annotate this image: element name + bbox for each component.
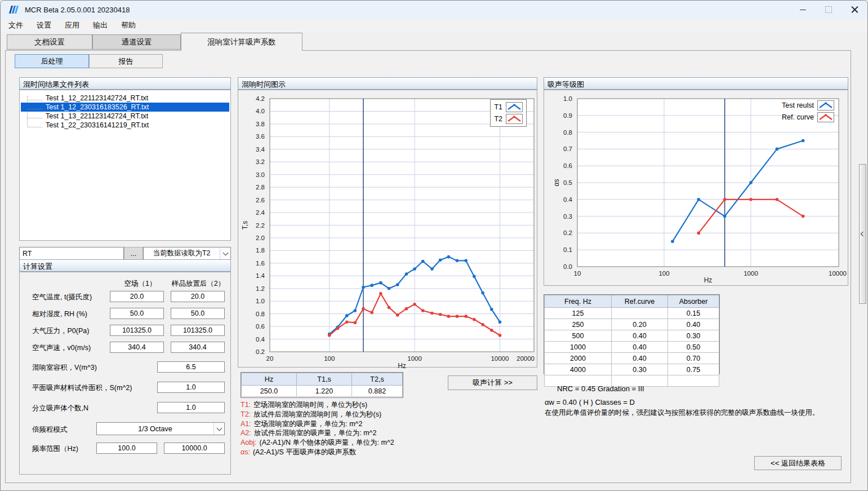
browse-button[interactable]: ... [124,247,143,260]
grade-chart-box[interactable]: 0.00.10.20.30.40.50.60.70.80.91.01010010… [544,90,848,286]
rt-chart-box[interactable]: 0.20.40.60.81.01.21.41.61.82.02.22.42.62… [238,90,537,368]
alpha-w-summary: αw = 0.40 ( H ) Classes = D [545,398,635,406]
absorption-calc-button[interactable]: 吸声计算 >> [448,375,537,390]
legend-entry-1: T2 [494,114,523,124]
close-icon [851,6,858,14]
tab-document-settings[interactable]: 文档设置 [7,34,92,50]
menu-item-3[interactable]: 输出 [86,19,114,32]
chevron-down-icon[interactable] [213,423,224,435]
file-list-item-3[interactable]: Test 1_22_230316141219_RT.txt [21,121,229,130]
rt-chart[interactable]: 0.20.40.60.81.01.21.41.61.82.02.22.42.62… [238,90,538,368]
grade-table-cell: 250 [545,319,612,330]
svg-text:1.0: 1.0 [563,95,572,102]
svg-text:1.8: 1.8 [256,247,265,254]
menu-item-4[interactable]: 帮助 [114,19,143,32]
grade-table-cell: 2000 [545,353,612,364]
legend-entry-1: Ref. curve [782,112,834,122]
note-text: 空场混响室的吸声量，单位为: m^2 [254,420,363,428]
area-field[interactable]: 1.0 [157,382,225,393]
back-to-results-button[interactable]: << 返回结果表格 [754,456,842,470]
tab-reverb-absorption[interactable]: 混响室计算吸声系数 [181,33,302,51]
file-list[interactable]: Test 1_12_221123142724_RT.txtTest 1_12_2… [19,90,231,241]
note-prefix: Aobj: [241,439,257,446]
panel-collapse-splitter[interactable] [859,164,866,304]
grade-table-cell: 500 [545,330,612,342]
note-prefix: A1: [241,420,251,428]
legend-label: Ref. curve [782,113,814,121]
temp-field-2[interactable]: 20.0 [171,291,225,302]
legend-label: T2 [494,115,502,123]
grade-table-row-3: 10000.400.50 [545,342,719,353]
file-list-item-1[interactable]: Test 1_12_230316183526_RT.txt [21,103,229,112]
calc-panel-title: 计算设置 [19,259,231,272]
maximize-button[interactable] [816,1,842,19]
chevron-left-icon [860,232,865,236]
volume-field[interactable]: 6.5 [157,361,225,373]
app-icon [8,5,20,14]
freq-from-field[interactable]: 100.0 [96,443,157,454]
legend-label: T1 [494,103,502,111]
note-line-0: T1:空场混响室的混响时间，单位为秒(s) [241,400,394,410]
freq-to-field[interactable]: 10000.0 [164,443,225,454]
curve-icon [817,112,834,122]
chevron-down-icon[interactable] [220,247,230,259]
rt-table-t1: 1.220 [297,386,352,397]
svg-text:0.1: 0.1 [563,246,572,253]
grade-table-row-2: 5000.400.30 [545,330,719,342]
summary-note: 在使用此单值评价量的时候，强烈建议与按照标准获得的完整的吸声系数曲线一块使用。 [545,408,820,418]
tree-branch-icon [28,109,42,109]
menu-item-1[interactable]: 设置 [30,19,58,32]
menu-item-0[interactable]: 文件 [2,19,30,32]
svg-text:0.4: 0.4 [256,336,265,343]
v0-field-2[interactable]: 340.4 [171,342,225,353]
p0-field-1[interactable]: 101325.0 [110,325,164,336]
svg-text:2.8: 2.8 [256,184,265,191]
svg-text:0.9: 0.9 [563,112,572,119]
freq-range-label: 频率范围（Hz) [32,444,78,454]
svg-text:1.2: 1.2 [256,285,265,292]
note-line-4: Aobj:(A2-A1)/N 单个物体的吸声量，单位为: m^2 [241,438,394,448]
rt-table-hz: 250.0 [242,386,297,397]
data-read-mode-combo[interactable]: 当前数据读取为T2 [143,247,231,260]
legend-entry-0: Test reulst [782,100,834,110]
curve-icon [506,114,523,124]
svg-text:3.4: 3.4 [256,146,265,153]
svg-text:2.4: 2.4 [256,209,265,216]
subtab-postprocess[interactable]: 后处理 [15,54,89,68]
file-list-item-2[interactable]: Test 1_13_221123142724_RT.txt [21,112,229,121]
curve-icon [817,100,834,110]
svg-text:0.6: 0.6 [256,323,265,330]
tree-branch-icon [28,127,42,127]
grade-table-cell: 0.70 [668,353,719,364]
rt-name-input[interactable]: RT [19,247,124,260]
p0-field-2[interactable]: 101325.0 [171,325,225,336]
svg-text:0.0: 0.0 [563,263,572,270]
svg-text:T,s: T,s [241,221,249,229]
rt-value-table: Hz T1,s T2,s 250.0 1.220 0.882 [241,372,403,398]
svg-text:Hz: Hz [704,276,713,284]
rh-field-2[interactable]: 50.0 [171,308,225,319]
v0-field-1[interactable]: 340.4 [110,342,164,353]
count-field[interactable]: 1.0 [157,402,225,413]
svg-text:1000: 1000 [744,270,758,277]
tab-channel-settings[interactable]: 通道设置 [92,34,181,50]
svg-text:4.0: 4.0 [256,108,265,114]
note-text: 空场混响室的混响时间，单位为秒(s) [253,401,367,409]
menu-item-2[interactable]: 应用 [58,19,86,32]
subtab-report[interactable]: 报告 [89,54,163,68]
svg-text:10000: 10000 [491,355,509,362]
svg-text:100: 100 [658,270,669,277]
rh-field-1[interactable]: 50.0 [110,308,164,319]
octave-combo[interactable]: 1/3 Octave [96,422,225,435]
svg-text:0.2: 0.2 [256,348,265,355]
temp-label: 空气温度, t(摄氏度) [32,293,92,302]
file-list-item-0[interactable]: Test 1_12_221123142724_RT.txt [21,94,229,103]
temp-field-1[interactable]: 20.0 [110,291,164,302]
svg-text:2.0: 2.0 [256,235,265,241]
grade-table-cell [612,308,668,319]
octave-label: 倍频程模式 [32,425,68,435]
rt-table-header-t2: T2,s [352,373,403,386]
note-prefix: T2: [241,410,251,418]
close-button[interactable] [842,1,867,19]
minimize-button[interactable] [790,1,816,19]
